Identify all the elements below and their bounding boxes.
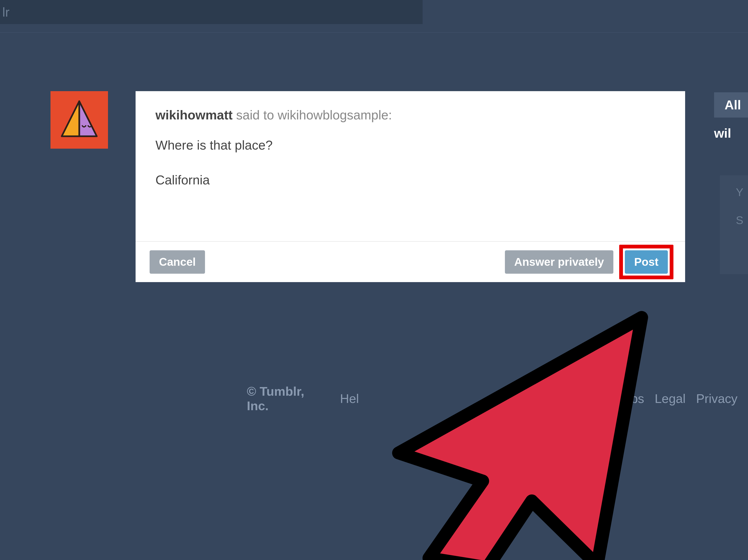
- search-value: lr: [2, 5, 9, 20]
- sidebar-wil-text: wil: [714, 126, 748, 141]
- post-button[interactable]: Post: [625, 250, 668, 274]
- topbar: lr: [0, 0, 748, 33]
- ask-header: wikihowmatt said to wikihowblogsample:: [136, 91, 685, 130]
- ask-answer-input[interactable]: California: [136, 154, 685, 241]
- sidebar: All wil: [714, 92, 748, 159]
- sender-username[interactable]: wikihowmatt: [156, 108, 233, 122]
- recipient-username: wikihowblogsample:: [278, 108, 392, 122]
- cancel-button[interactable]: Cancel: [149, 250, 205, 274]
- footer-help-link[interactable]: Hel: [340, 391, 359, 406]
- sidebar-panel-row-y: Y: [720, 175, 748, 199]
- avatar[interactable]: [50, 91, 108, 149]
- footer-es-fragment[interactable]: es: [594, 391, 607, 406]
- sidebar-panel-row-s: S: [720, 199, 748, 227]
- main-content: wikihowmatt said to wikihowblogsample: W…: [50, 91, 685, 282]
- ask-question: Where is that place?: [136, 130, 685, 154]
- actions-right-group: Answer privately Post: [505, 245, 673, 279]
- cursor-annotation-icon: [361, 303, 677, 560]
- sidebar-all-button[interactable]: All: [714, 92, 748, 118]
- footer-legal-link[interactable]: Legal: [655, 391, 685, 406]
- post-actions-bar: Cancel Answer privately Post: [136, 241, 685, 282]
- footer-copyright: © Tumblr, Inc.: [247, 384, 330, 413]
- footer: © Tumblr, Inc. Hel es Jobs Legal Privacy: [247, 384, 748, 413]
- svg-marker-1: [62, 101, 79, 136]
- pyramid-avatar-icon: [56, 96, 102, 143]
- sidebar-panel: Y S: [720, 175, 748, 274]
- footer-privacy-link[interactable]: Privacy: [696, 391, 738, 406]
- said-to-text: said to: [233, 108, 278, 122]
- footer-jobs-link[interactable]: Jobs: [617, 391, 644, 406]
- post-button-highlight: Post: [619, 245, 673, 279]
- answer-privately-button[interactable]: Answer privately: [505, 250, 613, 274]
- svg-marker-0: [79, 101, 97, 136]
- search-input[interactable]: lr: [0, 0, 423, 24]
- ask-post-card: wikihowmatt said to wikihowblogsample: W…: [136, 91, 685, 282]
